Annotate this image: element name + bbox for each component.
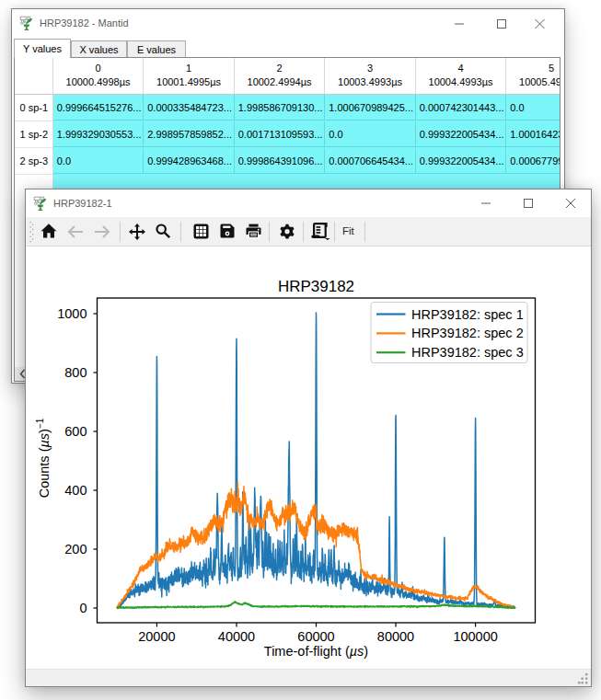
svg-text:HRP39182: spec 2: HRP39182: spec 2 — [411, 326, 524, 340]
svg-text:HRP39182: spec 1: HRP39182: spec 1 — [411, 307, 524, 322]
svg-text:HRP39182: HRP39182 — [278, 278, 354, 295]
svg-text:1000: 1000 — [57, 306, 87, 321]
svg-text:600: 600 — [64, 424, 87, 439]
svg-text:100000: 100000 — [453, 629, 497, 644]
svg-text:800: 800 — [64, 365, 87, 380]
svg-text:Counts (µs)−1: Counts (µs)−1 — [35, 418, 52, 498]
svg-text:20000: 20000 — [138, 629, 175, 644]
svg-text:60000: 60000 — [297, 629, 334, 644]
svg-text:0: 0 — [79, 601, 87, 615]
svg-text:HRP39182: spec 3: HRP39182: spec 3 — [411, 345, 524, 360]
svg-text:Time-of-flight (µs): Time-of-flight (µs) — [264, 644, 368, 659]
svg-text:40000: 40000 — [218, 629, 255, 644]
svg-text:400: 400 — [64, 483, 87, 498]
svg-text:80000: 80000 — [377, 629, 414, 644]
svg-text:200: 200 — [64, 542, 87, 557]
